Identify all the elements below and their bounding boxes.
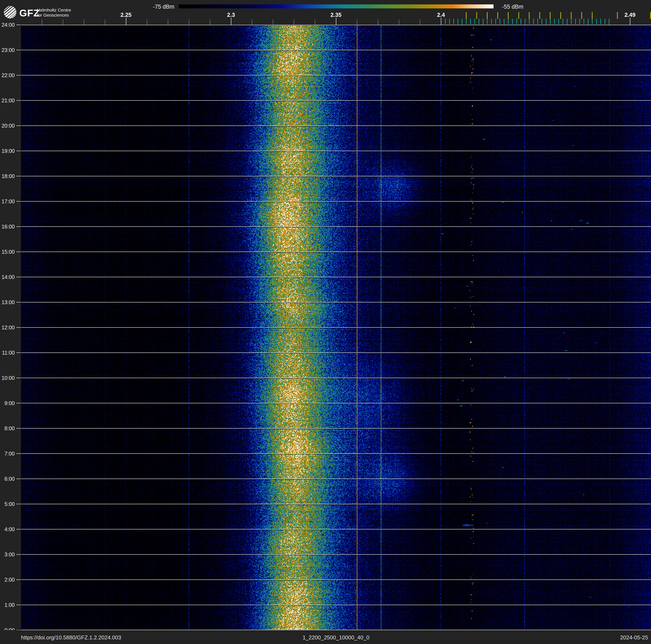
time-tick-mark <box>17 428 21 429</box>
time-tick-label: 17:00 <box>0 198 15 205</box>
time-tick-label: 5:00 <box>0 501 15 507</box>
time-tick-mark <box>17 580 21 580</box>
dataset-filename: 1_2200_2500_10000_40_0 <box>303 634 369 641</box>
date-label: 2024-05-25 <box>620 634 648 641</box>
colorbar-max-label: -55 dBm <box>502 4 523 10</box>
time-tick-mark <box>17 453 21 454</box>
time-tick-mark <box>17 378 21 378</box>
time-tick-label: 14:00 <box>0 274 15 280</box>
frequency-tick-label: 2.4 <box>437 12 445 18</box>
time-tick-mark <box>17 478 21 479</box>
time-tick-mark <box>17 504 21 504</box>
time-tick-mark <box>17 252 21 252</box>
time-tick-label: 4:00 <box>0 526 15 532</box>
time-tick-label: 23:00 <box>0 47 15 53</box>
time-tick-mark <box>17 75 21 76</box>
colorbar-min-label: -75 dBm <box>132 4 174 10</box>
time-tick-label: 21:00 <box>0 97 15 104</box>
time-tick-label: 3:00 <box>0 552 15 558</box>
spectrogram-canvas <box>21 25 651 630</box>
time-tick-label: 6:00 <box>0 476 15 482</box>
time-tick-label: 7:00 <box>0 451 15 457</box>
time-tick-label: 13:00 <box>0 299 15 305</box>
frequency-tick-label: 2.25 <box>121 12 132 18</box>
time-tick-label: 12:00 <box>0 324 15 331</box>
colorbar-gradient <box>179 4 494 8</box>
time-tick-mark <box>17 151 21 151</box>
time-tick-label: 8:00 <box>0 426 15 432</box>
time-tick-mark <box>17 277 21 277</box>
time-tick-mark <box>17 125 21 126</box>
time-tick-label: 15:00 <box>0 249 15 255</box>
time-tick-mark <box>17 176 21 176</box>
time-tick-mark <box>17 327 21 328</box>
doi-link[interactable]: https://doi.org/10.5880/GFZ.1.2.2024.003 <box>21 634 121 641</box>
time-tick-label: 11:00 <box>0 350 15 356</box>
time-tick-mark <box>17 25 21 25</box>
time-tick-mark <box>17 605 21 605</box>
time-tick-label: 22:00 <box>0 72 15 79</box>
time-tick-mark <box>17 529 21 529</box>
time-tick-mark <box>17 352 21 353</box>
time-tick-label: 16:00 <box>0 224 15 230</box>
time-tick-mark <box>17 100 21 101</box>
time-tick-label: 18:00 <box>0 173 15 179</box>
time-tick-mark <box>17 403 21 403</box>
time-tick-label: 24:00 <box>0 22 15 28</box>
time-tick-label: 20:00 <box>0 123 15 129</box>
time-tick-label: 1:00 <box>0 602 15 608</box>
frequency-tick-label: 2.35 <box>331 12 342 18</box>
time-tick-mark <box>17 302 21 302</box>
frequency-tick-label: 2.49 <box>624 12 636 18</box>
spectrogram-page: { "branding": { "acronym": "GFZ", "line1… <box>0 0 651 644</box>
time-tick-mark <box>17 554 21 555</box>
time-tick-label: 2:00 <box>0 577 15 583</box>
time-tick-mark <box>17 226 21 227</box>
time-tick-label: 10:00 <box>0 375 15 381</box>
gfz-logo-icon <box>3 5 17 19</box>
frequency-tick-label: 2.3 <box>227 12 235 18</box>
time-tick-label: 19:00 <box>0 148 15 154</box>
time-tick-label: 9:00 <box>0 400 15 406</box>
time-tick-mark <box>17 50 21 50</box>
time-tick-mark <box>17 201 21 202</box>
